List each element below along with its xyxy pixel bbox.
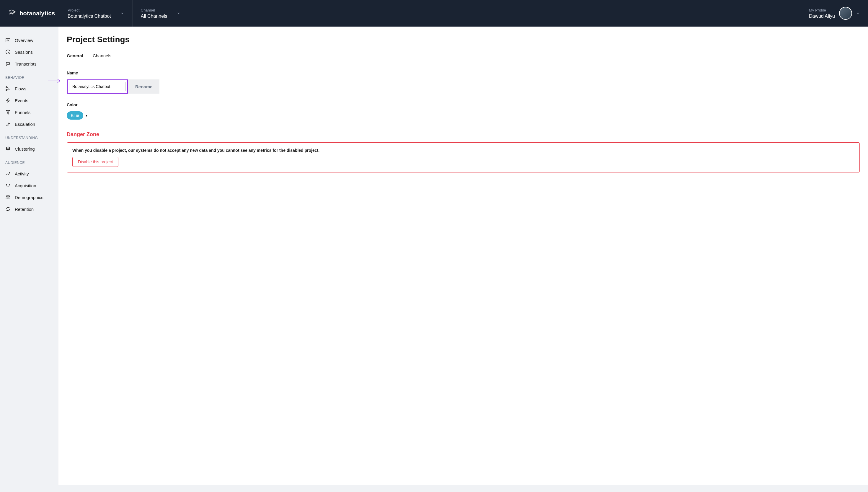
- chevron-down-icon: [177, 11, 180, 15]
- channel-value: All Channels: [141, 14, 168, 19]
- profile-label: My Profile: [809, 8, 835, 13]
- rename-button[interactable]: Rename: [128, 79, 159, 94]
- sidebar-heading-audience: AUDIENCE: [0, 155, 58, 168]
- project-value: Botanalytics Chatbot: [68, 14, 111, 19]
- brand-text: botanalytics: [20, 10, 55, 17]
- sidebar-heading-understanding: UNDERSTANDING: [0, 130, 58, 143]
- profile-dropdown[interactable]: My Profile Dawud Aliyu: [809, 7, 860, 20]
- svg-point-2: [6, 87, 7, 88]
- sidebar-item-label: Events: [15, 98, 28, 103]
- clock-icon: [5, 49, 10, 55]
- sidebar-item-label: Escalation: [15, 122, 35, 127]
- flows-icon: [5, 86, 10, 91]
- sidebar-item-label: Retention: [15, 207, 34, 212]
- project-dropdown[interactable]: Project Botanalytics Chatbot: [59, 0, 132, 27]
- overview-icon: [5, 38, 10, 43]
- tab-general[interactable]: General: [67, 53, 83, 62]
- sidebar-item-label: Flows: [15, 86, 26, 91]
- sidebar-item-demographics[interactable]: Demographics: [0, 191, 58, 203]
- brand-icon: [8, 9, 17, 18]
- sidebar-item-transcripts[interactable]: Transcripts: [0, 58, 58, 70]
- sidebar-item-flows[interactable]: Flows: [0, 83, 58, 95]
- sidebar-item-label: Clustering: [15, 146, 35, 151]
- topbar: botanalytics Project Botanalytics Chatbo…: [0, 0, 868, 27]
- escalation-icon: [5, 121, 10, 127]
- trend-icon: [5, 171, 10, 176]
- sidebar: Overview Sessions Transcripts BEHAVIOR F: [0, 27, 58, 492]
- disable-project-button[interactable]: Disable this project: [72, 157, 119, 167]
- profile-name: Dawud Aliyu: [809, 14, 835, 19]
- sidebar-item-sessions[interactable]: Sessions: [0, 46, 58, 58]
- funnel-icon: [5, 109, 10, 115]
- chevron-down-icon: [121, 11, 124, 15]
- page-title: Project Settings: [67, 35, 860, 44]
- color-dropdown[interactable]: Blue ▼: [67, 111, 88, 120]
- sidebar-item-label: Demographics: [15, 195, 43, 200]
- sidebar-item-label: Sessions: [15, 50, 33, 55]
- users-icon: [5, 195, 10, 200]
- brand-logo[interactable]: botanalytics: [8, 9, 59, 18]
- chat-icon: [5, 61, 10, 67]
- sidebar-item-events[interactable]: Events: [0, 95, 58, 106]
- svg-point-5: [6, 196, 8, 197]
- danger-text: When you disable a project, our systems …: [72, 148, 854, 153]
- avatar: [839, 7, 852, 20]
- svg-point-3: [6, 90, 7, 91]
- sidebar-item-label: Funnels: [15, 110, 30, 115]
- project-name-input[interactable]: [69, 82, 126, 91]
- channel-dropdown[interactable]: Channel All Channels: [132, 0, 189, 27]
- color-pill: Blue: [67, 111, 83, 120]
- annotation-arrow-icon: [48, 78, 61, 84]
- main-content: Project Settings General Channels Name R…: [58, 27, 868, 485]
- danger-zone-title: Danger Zone: [67, 131, 860, 138]
- layers-icon: [5, 146, 10, 151]
- refresh-icon: [5, 206, 10, 212]
- sidebar-item-overview[interactable]: Overview: [0, 34, 58, 46]
- name-input-highlight: [67, 79, 128, 94]
- sidebar-item-label: Overview: [15, 38, 33, 43]
- bolt-icon: [5, 98, 10, 103]
- channel-label: Channel: [141, 8, 168, 13]
- magnet-icon: [5, 183, 10, 188]
- chevron-down-icon: [856, 11, 860, 15]
- project-label: Project: [68, 8, 111, 13]
- sidebar-item-label: Transcripts: [15, 62, 36, 67]
- sidebar-item-retention[interactable]: Retention: [0, 203, 58, 215]
- sidebar-item-activity[interactable]: Activity: [0, 168, 58, 179]
- sidebar-item-label: Acquisition: [15, 183, 36, 188]
- sidebar-item-funnels[interactable]: Funnels: [0, 106, 58, 118]
- danger-zone-box: When you disable a project, our systems …: [67, 142, 860, 172]
- svg-point-4: [9, 88, 10, 89]
- sidebar-item-escalation[interactable]: Escalation: [0, 118, 58, 130]
- tab-channels[interactable]: Channels: [93, 53, 111, 62]
- sidebar-item-label: Activity: [15, 171, 29, 176]
- tabs: General Channels: [67, 53, 860, 62]
- sidebar-item-acquisition[interactable]: Acquisition: [0, 179, 58, 191]
- color-label: Color: [67, 102, 860, 107]
- sidebar-item-clustering[interactable]: Clustering: [0, 143, 58, 155]
- name-label: Name: [67, 71, 860, 75]
- svg-point-6: [8, 196, 10, 197]
- caret-down-icon: ▼: [85, 114, 88, 117]
